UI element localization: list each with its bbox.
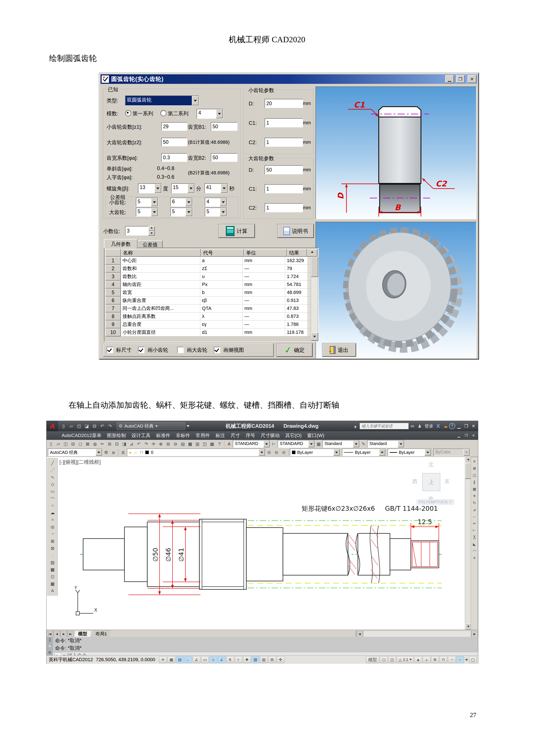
decimal-stepper[interactable]	[148, 226, 154, 235]
spinner-up-icon[interactable]	[148, 226, 155, 231]
revision-cloud-icon[interactable]: ☁	[48, 509, 57, 516]
minimize-icon[interactable]: ▁	[455, 422, 463, 429]
workspace-switching-icon[interactable]: ⚙	[431, 656, 439, 663]
snap-icon[interactable]: ▦	[167, 656, 175, 663]
redo-icon[interactable]: ↷	[106, 422, 114, 429]
print-preview-icon[interactable]: ◻	[77, 441, 84, 447]
helix-sec-select[interactable]: 41	[204, 183, 228, 193]
quick-calc-icon[interactable]: ▩	[208, 441, 216, 447]
hscroll-left-icon[interactable]: ◀	[356, 631, 363, 637]
redo-icon[interactable]: ↷	[142, 441, 150, 447]
exchange-icon[interactable]: X	[435, 422, 442, 429]
quick-properties-icon[interactable]: ▥	[260, 656, 267, 663]
table-header-symbol[interactable]: 代号	[201, 249, 244, 257]
dialog-titlebar[interactable]: 圆弧齿轮(实心齿轮) ▁ ❐ ✕	[101, 74, 477, 84]
coordinates-readout[interactable]: 726.5050, 439.2109, 0.0000	[96, 657, 155, 662]
explode-icon[interactable]: ✳	[471, 554, 478, 561]
grid-icon[interactable]: ▤	[176, 656, 184, 663]
new-file-icon[interactable]: ▯	[60, 422, 67, 429]
prev-tab-icon[interactable]: ◀	[53, 631, 60, 637]
mleader-style-select[interactable]: Standard	[367, 440, 405, 448]
table-header-name[interactable]: 名称	[121, 249, 201, 257]
draw-side-view-label[interactable]: 画侧视图	[223, 346, 244, 353]
layer-lock-icon[interactable]: ⊓	[140, 450, 143, 455]
draw-side-view-checkbox[interactable]	[214, 347, 220, 353]
viewcube-north[interactable]: 北	[428, 461, 433, 468]
table-header-result[interactable]: 结果	[287, 249, 307, 257]
tools-icon[interactable]: ⚙	[48, 650, 51, 655]
menu-item[interactable]: 标注	[216, 432, 225, 439]
tab-tolerance-values[interactable]: 公差值	[138, 240, 163, 249]
doc-restore-icon[interactable]: ❐	[463, 432, 470, 439]
web-publish-icon[interactable]: ◍	[91, 441, 99, 447]
chevron-down-icon[interactable]	[216, 109, 223, 118]
dynamic-input-icon[interactable]: ⊦	[235, 656, 242, 663]
viewcube[interactable]: 北 西 东 南 上	[410, 461, 451, 502]
menu-item[interactable]: 窗口(W)	[307, 432, 324, 439]
big-tol-select-3[interactable]: 5	[205, 207, 227, 217]
close-icon[interactable]: ✕	[468, 75, 476, 83]
small-tol-select-3[interactable]: 4	[205, 198, 227, 207]
layer-isolate-icon[interactable]: ⊘	[280, 449, 288, 456]
close-command-icon[interactable]: ✕	[48, 644, 51, 648]
draw-big-gear-checkbox[interactable]	[177, 347, 184, 353]
rotate-icon[interactable]: ↻	[471, 499, 478, 506]
cloud-download-icon[interactable]: ☁	[442, 422, 449, 429]
table-row[interactable]: 2 齿数和 zΣ — 79	[105, 265, 318, 273]
quick-view-layouts-icon[interactable]: ◻	[380, 656, 388, 663]
hscroll-right-icon[interactable]: ▶	[471, 631, 478, 637]
series2-label[interactable]: 第二系列	[168, 110, 189, 117]
zoom-realtime-icon[interactable]: ⊕	[157, 441, 165, 447]
helix-min-select[interactable]: 15	[171, 183, 195, 193]
layer-states-icon[interactable]: ⊜	[266, 449, 273, 456]
app-logo[interactable]: A	[46, 421, 58, 431]
status-menu-icon[interactable]	[465, 659, 468, 662]
big-d-input[interactable]	[265, 165, 303, 174]
viewport-label[interactable]: [-][俯视][二维线框]	[60, 459, 101, 466]
trim-icon[interactable]: ✂	[471, 520, 478, 527]
search-icon[interactable]: ∞	[409, 422, 416, 429]
draw-big-gear-label[interactable]: 画大齿轮	[187, 346, 207, 353]
layer-freeze-icon[interactable]: ☼	[134, 450, 138, 455]
save-icon[interactable]: ◫	[62, 441, 69, 447]
paste-icon[interactable]: ⊡	[113, 441, 120, 447]
open-folder-icon[interactable]: ▱	[55, 441, 62, 447]
menu-item[interactable]: 其它(O)	[285, 432, 302, 439]
viewcube-top-face[interactable]: 上	[422, 473, 440, 491]
scroll-up-icon[interactable]	[307, 249, 318, 257]
text-style-select[interactable]: STANDARD	[233, 440, 270, 448]
layer-color-swatch[interactable]	[145, 451, 149, 454]
quick-view-drawings-icon[interactable]: ◫	[388, 656, 396, 663]
table-style-select[interactable]: Standard	[322, 440, 360, 448]
polar-tracking-icon[interactable]: ∠	[193, 656, 200, 663]
ellipse-arc-icon[interactable]: ◔	[48, 530, 57, 537]
rectangle-icon[interactable]: ▭	[48, 488, 57, 495]
linetype-select[interactable]: ByLayer	[342, 448, 386, 456]
small-d-input[interactable]	[265, 99, 303, 108]
draw-small-gear-checkbox[interactable]	[138, 347, 144, 353]
table-row[interactable]: 7 同一齿上凸齿和凹齿两... QTA mm 47.83	[105, 305, 318, 312]
object-snap-icon[interactable]: ▭	[201, 656, 209, 663]
small-c1-input[interactable]	[265, 118, 303, 127]
fillet-icon[interactable]: ◠	[471, 548, 478, 554]
color-select[interactable]: ByLayer	[290, 448, 340, 456]
copy-icon[interactable]: ⊞	[471, 465, 478, 472]
chamfer-icon[interactable]: ◣	[471, 541, 478, 548]
big-c1-input[interactable]	[265, 184, 303, 193]
design-center-icon[interactable]: ▦	[187, 441, 194, 447]
ellipse-icon[interactable]: ◎	[48, 523, 57, 530]
manual-button[interactable]: 说明书	[278, 224, 314, 238]
extend-icon[interactable]: ⊢	[471, 527, 478, 534]
circle-icon[interactable]: ○	[48, 502, 57, 509]
viewcube-west[interactable]: 西	[412, 478, 417, 485]
menu-item[interactable]: AutoCAD2012菜单	[62, 432, 101, 439]
draw-small-gear-label[interactable]: 画小齿轮	[147, 346, 168, 353]
table-header-unit[interactable]: 单位	[244, 249, 287, 257]
plot-icon[interactable]: ⊟	[69, 441, 77, 447]
table-row[interactable]: 5 齿宽 b mm 48.699	[105, 288, 318, 297]
erase-icon[interactable]: ✕	[471, 458, 478, 465]
dimension-checkbox[interactable]	[107, 347, 113, 353]
stretch-icon[interactable]: ↔	[471, 513, 478, 520]
workspace-save-icon[interactable]: ⧇	[110, 449, 117, 456]
drawing-canvas[interactable]: [-][俯视][二维线框] ╱⋰∿◇▭◠○☁≈◎◔⊞⊠∙▨▩⊡▦A 北 西 东 …	[46, 457, 478, 630]
